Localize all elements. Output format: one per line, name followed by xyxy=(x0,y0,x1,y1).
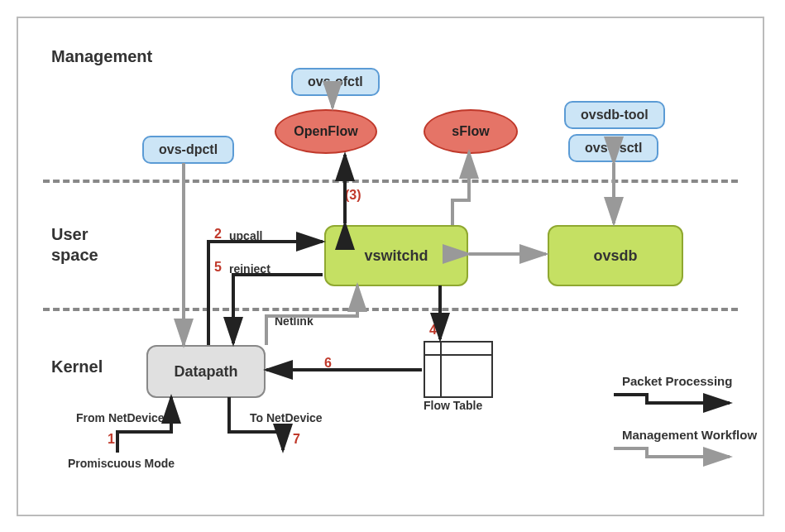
ovs-vsctl-box: ovs-vsctl xyxy=(568,134,658,162)
ovs-dpctl-box: ovs-dpctl xyxy=(142,136,234,164)
flow-table-box xyxy=(424,341,493,398)
num-6: 6 xyxy=(324,356,332,371)
num-3: (3) xyxy=(345,188,361,203)
upcall-label: upcall xyxy=(229,229,262,242)
datapath-box: Datapath xyxy=(146,345,266,398)
num-7: 7 xyxy=(293,432,300,447)
sflow-ellipse: sFlow xyxy=(424,109,518,154)
ovs-ofctl-box: ovs-ofctl xyxy=(291,68,380,96)
num-1: 1 xyxy=(108,432,115,447)
from-netdevice-label: From NetDevice xyxy=(76,411,165,424)
management-label: Management xyxy=(51,47,152,66)
reinject-label: reinject xyxy=(229,262,270,276)
num-4: 4 xyxy=(429,323,437,338)
legend-mgmt-label: Management Workflow xyxy=(622,428,757,442)
kernel-label: Kernel xyxy=(51,357,103,376)
openflow-ellipse: OpenFlow xyxy=(275,109,377,154)
ovsdb-tool-box: ovsdb-tool xyxy=(564,101,665,129)
separator-user-kernel xyxy=(43,308,738,311)
userspace-label-1: User xyxy=(51,225,88,244)
flow-table-label: Flow Table xyxy=(424,399,482,412)
ovsdb-box: ovsdb xyxy=(548,225,683,286)
promiscuous-label: Promiscuous Mode xyxy=(68,457,175,470)
userspace-label-2: space xyxy=(51,246,98,265)
to-netdevice-label: To NetDevice xyxy=(250,411,323,424)
netlink-label: Netlink xyxy=(275,314,314,328)
legend-packet-label: Packet Processing xyxy=(622,374,732,388)
num-2: 2 xyxy=(214,227,222,242)
separator-mgmt-user xyxy=(43,180,738,183)
vswitchd-box: vswitchd xyxy=(324,225,468,286)
num-5: 5 xyxy=(214,260,222,275)
diagram-container: Management User space Kernel ovs-dpctl o… xyxy=(17,17,764,516)
